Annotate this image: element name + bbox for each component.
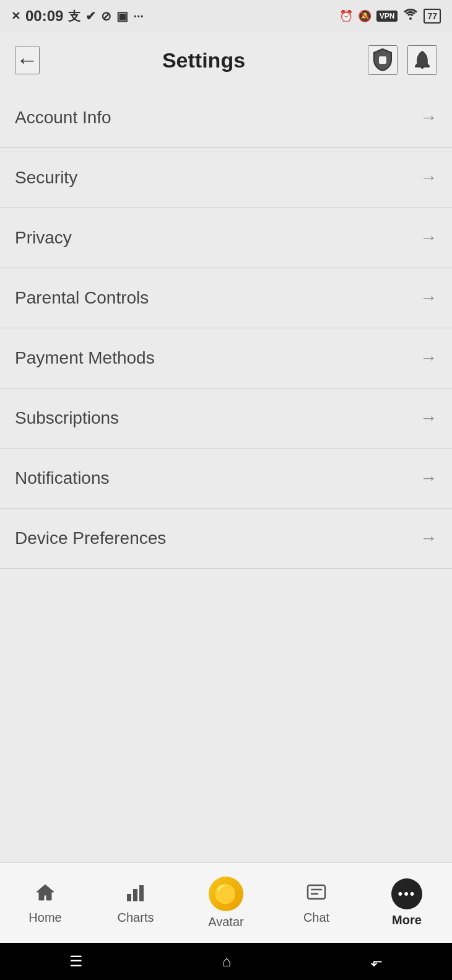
status-bar: ✕ 00:09 支 ✔ ⊘ ▣ ··· ⏰ 🔕 VPN 77: [0, 0, 452, 32]
settings-item-payment-methods[interactable]: Payment Methods→: [0, 328, 452, 388]
android-back-button[interactable]: ⬐: [370, 953, 383, 970]
settings-arrow-payment-methods: →: [420, 348, 437, 368]
header-actions: [368, 45, 437, 75]
settings-arrow-privacy: →: [420, 228, 437, 248]
settings-arrow-notifications: →: [420, 468, 437, 488]
android-navigation-bar: ☰ ⌂ ⬐: [0, 943, 452, 980]
shield-icon: [369, 46, 396, 74]
header: ← Settings: [0, 32, 452, 88]
svg-rect-1: [379, 56, 386, 64]
status-circle-icon: ⊘: [101, 9, 111, 24]
settings-arrow-device-preferences: →: [420, 528, 437, 548]
home-icon: [34, 882, 56, 907]
wifi-icon: [402, 8, 419, 24]
settings-item-device-preferences[interactable]: Device Preferences→: [0, 509, 452, 569]
settings-label-subscriptions: Subscriptions: [15, 408, 119, 428]
vpn-badge: VPN: [376, 11, 398, 22]
status-time: 00:09: [25, 7, 63, 25]
nav-item-more[interactable]: ••• More: [362, 863, 452, 943]
status-right: ⏰ 🔕 VPN 77: [339, 8, 441, 24]
svg-rect-5: [308, 885, 325, 899]
nav-label-more: More: [392, 913, 422, 927]
settings-label-account-info: Account Info: [15, 108, 111, 128]
nav-label-avatar: Avatar: [208, 915, 243, 929]
settings-label-notifications: Notifications: [15, 468, 110, 488]
status-x-icon: ✕: [11, 9, 20, 23]
settings-arrow-subscriptions: →: [420, 408, 437, 428]
settings-item-privacy[interactable]: Privacy→: [0, 208, 452, 268]
settings-item-parental-controls[interactable]: Parental Controls→: [0, 268, 452, 328]
shield-button[interactable]: [368, 45, 398, 75]
nav-item-chat[interactable]: Chat: [271, 863, 362, 943]
settings-item-account-info[interactable]: Account Info→: [0, 88, 452, 148]
battery-icon: 77: [424, 9, 441, 24]
nav-label-charts: Charts: [118, 911, 154, 925]
status-check-icon: ✔: [85, 9, 96, 24]
bell-mute-icon: 🔕: [358, 9, 372, 23]
avatar-icon: 🟡: [209, 877, 243, 911]
svg-point-0: [409, 17, 412, 20]
settings-arrow-parental-controls: →: [420, 288, 437, 308]
alarm-icon: ⏰: [339, 9, 353, 23]
settings-label-payment-methods: Payment Methods: [15, 348, 155, 368]
settings-label-parental-controls: Parental Controls: [15, 288, 149, 308]
svg-rect-3: [133, 889, 137, 901]
chat-icon: [305, 882, 328, 907]
settings-label-device-preferences: Device Preferences: [15, 528, 166, 548]
back-arrow-icon: ←: [16, 47, 38, 73]
settings-list: Account Info→Security→Privacy→Parental C…: [0, 88, 452, 862]
page-title: Settings: [162, 48, 245, 72]
android-menu-button[interactable]: ☰: [69, 953, 83, 970]
nav-item-avatar[interactable]: 🟡 Avatar: [181, 863, 271, 943]
settings-item-security[interactable]: Security→: [0, 148, 452, 208]
charts-icon: [124, 882, 147, 907]
settings-item-notifications[interactable]: Notifications→: [0, 448, 452, 509]
notification-bell-button[interactable]: [407, 45, 437, 75]
bottom-navigation: Home Charts 🟡 Avatar Chat •••: [0, 862, 452, 943]
settings-item-subscriptions[interactable]: Subscriptions→: [0, 388, 452, 448]
back-button[interactable]: ←: [15, 46, 40, 74]
status-more-icon: ···: [133, 9, 144, 24]
nav-label-chat: Chat: [303, 911, 329, 925]
android-home-button[interactable]: ⌂: [222, 953, 232, 970]
status-left: ✕ 00:09 支 ✔ ⊘ ▣ ···: [11, 7, 144, 25]
more-icon: •••: [391, 878, 422, 909]
settings-label-security: Security: [15, 168, 77, 188]
nav-item-home[interactable]: Home: [0, 863, 90, 943]
nav-item-charts[interactable]: Charts: [90, 863, 181, 943]
nav-label-home: Home: [28, 911, 61, 925]
bell-icon: [411, 48, 434, 72]
svg-rect-4: [139, 885, 144, 901]
status-zhifubao-icon: 支: [68, 8, 80, 25]
settings-arrow-account-info: →: [420, 108, 437, 128]
settings-arrow-security: →: [420, 168, 437, 188]
svg-rect-2: [127, 894, 131, 901]
status-media-icon: ▣: [116, 9, 128, 24]
settings-label-privacy: Privacy: [15, 228, 72, 248]
